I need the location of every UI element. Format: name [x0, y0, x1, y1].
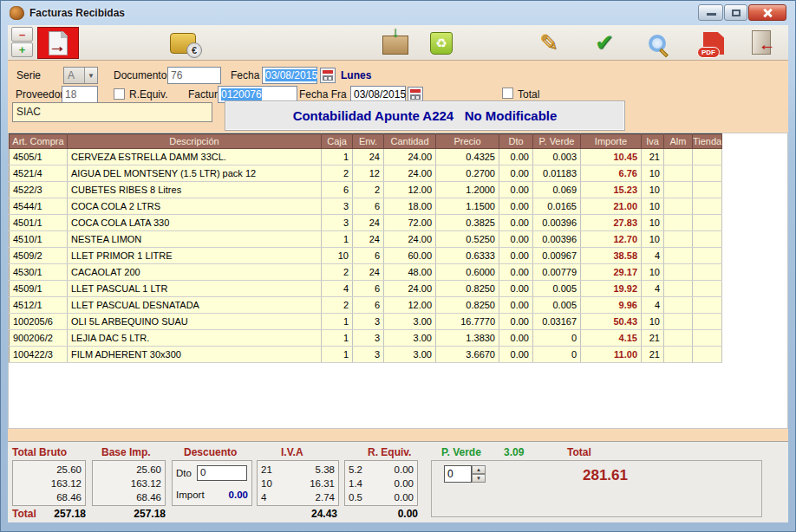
proveedor-input[interactable]: 18 [62, 86, 98, 103]
cell-cantidad[interactable]: 24.00 [384, 231, 436, 248]
col-p-verde[interactable]: P. Verde [533, 134, 581, 149]
minimize-button[interactable] [698, 4, 723, 21]
cell-dto[interactable]: 0.00 [499, 314, 533, 330]
cell-caja[interactable]: 2 [322, 297, 353, 314]
cell-alm[interactable] [664, 165, 693, 182]
cell-desc[interactable]: LLET PASCUAL 1 LTR [68, 281, 322, 297]
table-row[interactable]: 4544/1 COCA COLA 2 LTRS 3 6 18.00 1.1500… [10, 198, 722, 215]
cell-desc[interactable]: AIGUA DEL MONTSENY (1.5 LTR) pack 12 [68, 165, 322, 182]
col-cantidad[interactable]: Cantidad [384, 134, 436, 149]
cell-art[interactable]: 4505/1 [10, 149, 68, 165]
table-row[interactable]: 4510/1 NESTEA LIMON 1 24 24.00 0.5250 0.… [10, 231, 722, 248]
cell-caja[interactable]: 1 [322, 330, 353, 347]
cell-caja[interactable]: 1 [322, 347, 353, 363]
cell-pverde[interactable]: 0.00396 [533, 215, 581, 231]
cell-dto[interactable]: 0.00 [499, 231, 533, 248]
col-iva[interactable]: Iva [642, 134, 664, 149]
cell-alm[interactable] [664, 281, 693, 297]
cell-caja[interactable]: 1 [322, 231, 353, 248]
cell-tienda[interactable] [693, 198, 722, 215]
cell-pverde[interactable]: 0.00396 [533, 231, 581, 248]
cell-alm[interactable] [664, 248, 693, 264]
cell-importe[interactable]: 29.17 [581, 264, 642, 281]
cell-importe[interactable]: 15.23 [581, 182, 642, 198]
cell-tienda[interactable] [693, 231, 722, 248]
cell-alm[interactable] [664, 264, 693, 281]
col-caja[interactable]: Caja [322, 134, 353, 149]
cell-desc[interactable]: COCA COLA LATA 330 [68, 215, 322, 231]
cell-cantidad[interactable]: 48.00 [384, 264, 436, 281]
cell-tienda[interactable] [693, 347, 722, 363]
cell-desc[interactable]: FILM ADHERENT 30x300 [68, 347, 322, 363]
total-checkbox[interactable] [502, 88, 513, 99]
cell-alm[interactable] [664, 330, 693, 347]
cell-iva[interactable]: 21 [642, 330, 664, 347]
cell-caja[interactable]: 2 [322, 165, 353, 182]
cell-iva[interactable]: 21 [642, 149, 664, 165]
cell-cantidad[interactable]: 72.00 [384, 215, 436, 231]
cell-art[interactable]: 4521/4 [10, 165, 68, 182]
cell-env[interactable]: 2 [353, 182, 384, 198]
cell-importe[interactable]: 11.00 [581, 347, 642, 363]
col-precio[interactable]: Precio [436, 134, 499, 149]
cell-tienda[interactable] [693, 248, 722, 264]
cell-tienda[interactable] [693, 215, 722, 231]
cell-dto[interactable]: 0.00 [499, 347, 533, 363]
cell-env[interactable]: 12 [353, 165, 384, 182]
dto-input[interactable]: 0 [197, 465, 247, 481]
remove-line-button[interactable]: – [11, 27, 33, 42]
spinner-input[interactable]: 0 [444, 465, 472, 483]
cell-cantidad[interactable]: 12.00 [384, 182, 436, 198]
cell-importe[interactable]: 38.58 [581, 248, 642, 264]
cell-pverde[interactable]: 0 [533, 347, 581, 363]
table-row[interactable]: 4512/1 LLET PASCUAL DESNATADA 2 6 12.00 … [10, 297, 722, 314]
cell-precio[interactable]: 1.3830 [436, 330, 499, 347]
cell-art[interactable]: 100422/3 [10, 347, 68, 363]
search-button[interactable] [639, 29, 675, 57]
exit-button[interactable]: ← [743, 28, 780, 57]
cell-tienda[interactable] [693, 297, 722, 314]
cell-cantidad[interactable]: 60.00 [384, 248, 436, 264]
cell-desc[interactable]: CACAOLAT 200 [68, 264, 322, 281]
fecha-input[interactable]: 03/08/2015 [262, 67, 317, 84]
copies-spinner[interactable]: 0 ▲ ▼ [444, 465, 486, 483]
pdf-button[interactable]: PDF [695, 29, 732, 58]
cell-env[interactable]: 24 [353, 231, 384, 248]
cell-iva[interactable]: 10 [642, 314, 664, 330]
cell-pverde[interactable]: 0.069 [533, 182, 581, 198]
col-dto[interactable]: Dto [499, 134, 533, 149]
cell-env[interactable]: 6 [353, 198, 384, 215]
cell-tienda[interactable] [693, 149, 722, 165]
cell-iva[interactable]: 10 [642, 182, 664, 198]
cell-iva[interactable]: 21 [642, 347, 664, 363]
cell-importe[interactable]: 12.70 [581, 231, 642, 248]
cell-precio[interactable]: 0.3825 [436, 215, 499, 231]
save-button[interactable]: ↓ [379, 32, 412, 58]
cell-caja[interactable]: 3 [322, 198, 353, 215]
proveedor-name-field[interactable]: SIAC [12, 102, 212, 122]
cell-art[interactable]: 4512/1 [10, 297, 68, 314]
cell-desc[interactable]: LLET PASCUAL DESNATADA [68, 297, 322, 314]
cell-art[interactable]: 4510/1 [10, 231, 68, 248]
cell-iva[interactable]: 4 [642, 281, 664, 297]
cell-tienda[interactable] [693, 165, 722, 182]
cell-importe[interactable]: 21.00 [581, 198, 642, 215]
cell-alm[interactable] [664, 198, 693, 215]
cell-tienda[interactable] [693, 281, 722, 297]
cell-importe[interactable]: 27.83 [581, 215, 642, 231]
cell-caja[interactable]: 3 [322, 215, 353, 231]
cell-dto[interactable]: 0.00 [499, 149, 533, 165]
cell-precio[interactable]: 0.4325 [436, 149, 499, 165]
close-button[interactable] [748, 4, 786, 21]
cell-cantidad[interactable]: 24.00 [384, 149, 436, 165]
table-row[interactable]: 4509/1 LLET PASCUAL 1 LTR 4 6 24.00 0.82… [10, 281, 722, 297]
cell-tienda[interactable] [693, 330, 722, 347]
cell-precio[interactable]: 16.7770 [436, 314, 499, 330]
cell-tienda[interactable] [693, 314, 722, 330]
cell-caja[interactable]: 1 [322, 314, 353, 330]
table-row[interactable]: 4521/4 AIGUA DEL MONTSENY (1.5 LTR) pack… [10, 165, 722, 182]
table-row[interactable]: 4505/1 CERVEZA ESTRELLA DAMM 33CL. 1 24 … [10, 149, 722, 165]
title-bar[interactable]: Facturas Recibidas [1, 1, 795, 25]
cell-importe[interactable]: 6.76 [581, 165, 642, 182]
cell-cantidad[interactable]: 12.00 [384, 297, 436, 314]
